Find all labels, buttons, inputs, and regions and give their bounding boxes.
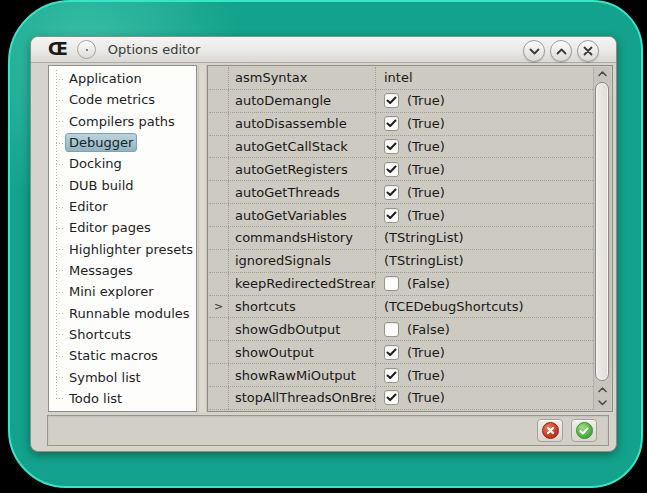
property-value-cell[interactable]: (True) [376, 387, 593, 409]
expand-marker[interactable] [209, 364, 229, 386]
checkbox[interactable] [384, 368, 399, 383]
expand-marker[interactable] [209, 341, 229, 363]
scrollbar-track[interactable] [594, 80, 611, 383]
expand-marker[interactable] [209, 136, 229, 158]
cancel-button[interactable] [537, 419, 563, 442]
minimize-button[interactable] [523, 40, 545, 62]
property-row[interactable]: autoDisassemble (True) [209, 113, 593, 136]
property-row[interactable]: autoGetVariables (True) [209, 204, 593, 227]
window-title: Options editor [108, 42, 201, 57]
property-value-cell[interactable]: (True) [376, 341, 593, 363]
property-row[interactable]: autoGetCallStack (True) [209, 136, 593, 159]
expand-marker[interactable] [209, 204, 229, 226]
checkbox[interactable] [384, 345, 399, 360]
accept-button[interactable] [571, 419, 597, 442]
expand-marker[interactable]: > [209, 296, 229, 318]
property-row[interactable]: stopAllThreadsOnBreak (True) [209, 387, 593, 410]
checkbox[interactable] [384, 322, 399, 337]
category-tree-item[interactable]: Editor [49, 196, 196, 217]
checkbox[interactable] [384, 139, 399, 154]
window-menu-button[interactable] [77, 40, 96, 59]
property-value-cell[interactable]: (True) [376, 364, 593, 386]
category-tree-item[interactable]: Shortcuts [49, 324, 196, 345]
grid-scrollbar[interactable] [593, 67, 611, 410]
category-tree-item[interactable]: Runnable modules [49, 302, 196, 323]
close-button[interactable] [577, 40, 599, 62]
category-label: Application [65, 69, 146, 88]
property-row[interactable]: showOutput (True) [209, 341, 593, 364]
property-value-cell[interactable]: (True) [376, 204, 593, 226]
category-tree-item[interactable]: Code metrics [49, 89, 196, 110]
property-row[interactable]: keepRedirectedStreams (False) [209, 273, 593, 296]
property-name: commandsHistory [229, 227, 376, 249]
expand-marker[interactable] [209, 67, 229, 89]
scroll-down-button[interactable] [594, 396, 611, 409]
checkbox[interactable] [384, 93, 399, 108]
property-value-cell[interactable]: (True) [376, 181, 593, 203]
expand-marker[interactable] [209, 250, 229, 272]
property-value-cell[interactable]: (TCEDebugShortcuts) [376, 296, 593, 318]
expand-marker[interactable] [209, 318, 229, 340]
category-tree-item[interactable]: DUB build [49, 175, 196, 196]
category-tree-item[interactable]: Static macros [49, 345, 196, 366]
property-rows: asmSyntax intel autoD [209, 67, 593, 410]
checkbox[interactable] [384, 162, 399, 177]
property-row[interactable]: showRawMiOutput (True) [209, 364, 593, 387]
scroll-up-button-bottom[interactable] [594, 383, 611, 396]
property-value-cell[interactable]: (TStringList) [376, 250, 593, 272]
property-value-cell[interactable]: (TStringList) [376, 227, 593, 249]
property-value-cell[interactable]: (False) [376, 273, 593, 295]
window-controls [523, 40, 599, 62]
expand-marker[interactable] [209, 158, 229, 180]
category-tree-item[interactable]: Highlighter presets [49, 239, 196, 260]
category-label: Runnable modules [65, 304, 194, 323]
property-value-cell[interactable]: (True) [376, 136, 593, 158]
checkbox[interactable] [384, 208, 399, 223]
app-logo-icon: Œ [48, 41, 68, 58]
category-tree-item[interactable]: Symbol list [49, 366, 196, 387]
category-tree-item[interactable]: Mini explorer [49, 281, 196, 302]
expand-marker[interactable] [209, 387, 229, 409]
cancel-cross-icon [542, 422, 559, 439]
property-row[interactable]: commandsHistory (TStringList) [209, 227, 593, 250]
property-value: intel [384, 70, 413, 85]
expand-marker[interactable] [209, 273, 229, 295]
property-value-cell[interactable]: (True) [376, 113, 593, 135]
expand-marker[interactable] [209, 113, 229, 135]
expand-marker[interactable] [209, 181, 229, 203]
property-value-cell[interactable]: (True) [376, 158, 593, 180]
property-name: autoGetCallStack [229, 136, 376, 158]
checkbox[interactable] [384, 185, 399, 200]
property-row[interactable]: autoGetRegisters (True) [209, 158, 593, 181]
expand-marker[interactable] [209, 227, 229, 249]
property-row[interactable]: autoGetThreads (True) [209, 181, 593, 204]
expand-marker[interactable] [209, 90, 229, 112]
property-row[interactable]: showGdbOutput (False) [209, 318, 593, 341]
category-tree-item[interactable]: Messages [49, 260, 196, 281]
category-tree-item[interactable]: Application [49, 68, 196, 89]
chevron-up-icon [598, 387, 607, 393]
category-tree-item[interactable]: Todo list [49, 388, 196, 409]
category-tree-item[interactable]: Editor pages [49, 217, 196, 238]
property-row[interactable]: autoDemangle (True) [209, 90, 593, 113]
property-value-cell[interactable]: intel [376, 67, 593, 89]
checkbox[interactable] [384, 116, 399, 131]
category-tree-item[interactable]: Docking [49, 153, 196, 174]
property-row[interactable]: ignoredSignals (TStringList) [209, 250, 593, 273]
check-icon [386, 119, 397, 128]
maximize-button[interactable] [550, 40, 572, 62]
chevron-down-icon [529, 48, 540, 55]
checkbox[interactable] [384, 276, 399, 291]
chevron-up-icon [598, 71, 607, 77]
checkbox[interactable] [384, 390, 399, 405]
property-row[interactable]: > shortcuts (TCEDebugShortcuts) [209, 296, 593, 319]
category-tree-item[interactable]: Debugger [49, 132, 196, 153]
scroll-up-button[interactable] [594, 67, 611, 80]
scrollbar-thumb[interactable] [595, 82, 609, 381]
property-row[interactable]: asmSyntax intel [209, 67, 593, 90]
titlebar[interactable]: Œ Options editor [31, 37, 616, 63]
category-tree-item[interactable]: Compilers paths [49, 111, 196, 132]
property-value-cell[interactable]: (False) [376, 318, 593, 340]
property-value-cell[interactable]: (True) [376, 90, 593, 112]
panel-splitter[interactable] [198, 65, 207, 412]
